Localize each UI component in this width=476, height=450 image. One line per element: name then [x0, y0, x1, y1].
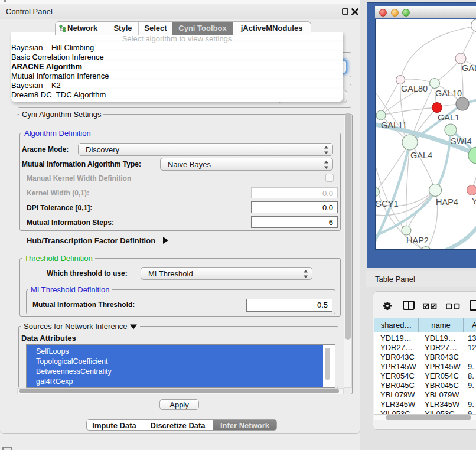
svg-text:GAL2: GAL2: [462, 63, 476, 73]
svg-text:GCY1: GCY1: [376, 199, 399, 208]
svg-text:GAL4: GAL4: [410, 151, 432, 160]
svg-text:GAL1: GAL1: [438, 113, 459, 122]
svg-text:GAL80: GAL80: [401, 84, 428, 93]
svg-text:SWI4: SWI4: [451, 136, 471, 146]
svg-text:GAL10: GAL10: [435, 89, 462, 98]
svg-text:HAP2: HAP2: [406, 236, 429, 245]
svg-text:GAL11: GAL11: [381, 120, 407, 130]
svg-text:Y: Y: [472, 197, 476, 206]
svg-text:HAP4: HAP4: [436, 197, 458, 207]
